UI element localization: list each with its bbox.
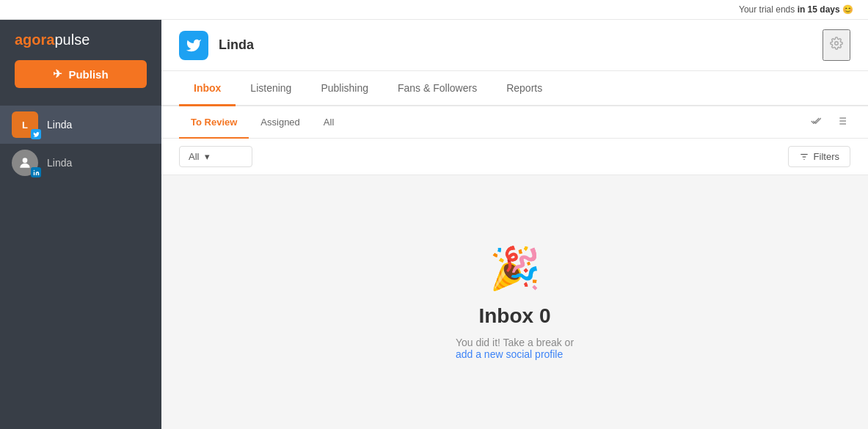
linkedin-badge [31, 167, 41, 177]
filter-select[interactable]: All ▾ [179, 146, 252, 167]
svg-point-2 [835, 42, 839, 45]
tab-reports-label: Reports [506, 82, 542, 94]
tab-inbox[interactable]: Inbox [179, 71, 236, 106]
tab-fans-label: Fans & Followers [398, 82, 477, 94]
sidebar-item-linda-linkedin[interactable]: Linda [0, 144, 161, 182]
party-emoji: 🎉 [489, 244, 541, 293]
inbox-zero-subtitle-text: You did it! Take a break or [456, 337, 574, 348]
sub-tab-to-review-label: To Review [191, 117, 237, 128]
publish-icon: ✈ [53, 67, 62, 81]
profile-name-linkedin: Linda [47, 157, 72, 169]
sub-tabs-bar: To Review Assigned All [161, 106, 868, 139]
mark-all-read-button[interactable] [806, 112, 824, 133]
twitter-icon-large [179, 31, 208, 60]
inbox-area: To Review Assigned All [161, 106, 868, 429]
tab-publishing-label: Publishing [321, 82, 368, 94]
tab-fans[interactable]: Fans & Followers [383, 71, 492, 106]
add-social-profile-link[interactable]: add a new social profile [456, 348, 563, 360]
nav-tabs: Inbox Listening Publishing Fans & Follow… [161, 71, 868, 106]
tab-listening-label: Listening [250, 82, 291, 94]
empty-state: 🎉 Inbox 0 You did it! Take a break or ad… [161, 175, 868, 429]
twitter-badge [31, 129, 41, 139]
sub-tab-to-review[interactable]: To Review [179, 107, 249, 139]
trial-notice-bar: Your trial ends in 15 days 😊 [0, 0, 868, 20]
logo-agora: agora [15, 32, 54, 48]
sub-tab-all-label: All [324, 117, 334, 128]
trial-emoji: 😊 [842, 4, 853, 15]
sub-tab-all[interactable]: All [312, 107, 346, 139]
sidebar-item-linda-twitter[interactable]: L Linda [0, 106, 161, 144]
avatar-wrap-linkedin [12, 150, 38, 176]
chevron-down-icon: ▾ [205, 151, 210, 162]
trial-bold: in 15 days [798, 4, 840, 15]
profile-name-twitter: Linda [47, 119, 72, 131]
filter-select-value: All [189, 151, 199, 162]
logo-area: agora pulse [0, 20, 161, 57]
svg-point-1 [33, 169, 34, 171]
avatar-initials: L [22, 120, 28, 131]
publish-button[interactable]: ✈ Publish [15, 60, 147, 88]
profile-header-left: Linda [179, 31, 823, 60]
sidebar: agora pulse ✈ Publish L Linda [0, 20, 161, 429]
sub-tab-assigned-label: Assigned [260, 117, 299, 128]
inbox-zero-subtitle: You did it! Take a break or add a new so… [456, 337, 574, 360]
filter-bar: All ▾ Filters [161, 139, 868, 175]
settings-button[interactable] [823, 29, 850, 61]
profile-name-header: Linda [219, 37, 254, 53]
logo-pulse: pulse [54, 32, 90, 48]
avatar-wrap-twitter: L [12, 111, 38, 138]
tab-listening[interactable]: Listening [236, 71, 306, 106]
publish-label: Publish [68, 68, 108, 81]
filters-label: Filters [814, 151, 839, 162]
app-logo: agora pulse [15, 32, 90, 48]
inbox-zero-title: Inbox 0 [478, 304, 550, 328]
main-content: Linda Inbox Listening Publishing Fans & … [161, 20, 868, 429]
sub-tab-assigned[interactable]: Assigned [249, 107, 311, 139]
sub-tab-actions [806, 112, 850, 133]
tab-publishing[interactable]: Publishing [306, 71, 383, 106]
tab-reports[interactable]: Reports [492, 71, 557, 106]
svg-point-0 [23, 158, 28, 163]
filters-button[interactable]: Filters [788, 146, 850, 167]
tab-inbox-label: Inbox [194, 82, 221, 94]
profile-list: L Linda Linda [0, 100, 161, 429]
list-view-button[interactable] [833, 112, 850, 133]
profile-header: Linda [161, 20, 868, 71]
trial-text: Your trial ends [739, 4, 798, 15]
